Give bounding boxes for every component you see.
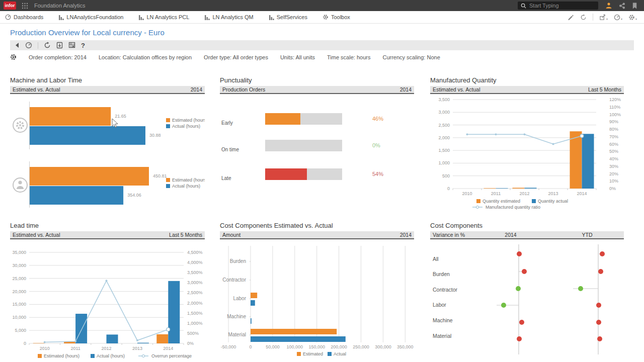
bookmark-icon[interactable] [632,3,637,9]
filter-time-scale[interactable]: Time scale: hours [327,54,370,60]
back-icon[interactable] [15,42,20,48]
tab-ln-analytics-qm[interactable]: LN Analytics QM [197,11,261,23]
bar[interactable] [30,126,145,145]
search-input[interactable]: Start Typing [518,2,598,10]
bar-actual[interactable] [582,134,594,189]
filter-location[interactable]: Location: Calculation offices by region [99,54,192,60]
punctuality-track[interactable] [265,113,342,125]
svg-text:2014: 2014 [163,346,173,351]
tab-selfservices[interactable]: SelfServices [261,11,315,23]
legend-swatch [166,178,170,182]
report-toolbar: ? [10,40,634,50]
variance-dot[interactable] [596,320,601,325]
panel-manufactured-quantity: Manufactured Quantity Estimated vs. Actu… [430,76,624,216]
bar-estimated[interactable] [251,329,337,334]
cost-components-eva-chart[interactable]: -50,000050,000100,000150,000200,000250,0… [220,222,414,361]
punctuality-track[interactable] [265,168,342,180]
variance-dot[interactable] [519,320,524,325]
user-icon[interactable] [605,2,612,9]
variance-dot[interactable] [516,286,521,291]
legend-swatch [166,124,170,128]
machine-labor-chart[interactable]: 21.6530.88Estimated (hours)Actual (hours… [10,76,205,216]
svg-text:All: All [433,256,439,262]
filter-units[interactable]: Units: All units [280,54,315,60]
svg-text:30,000: 30,000 [12,263,26,268]
svg-text:Quantity actual: Quantity actual [538,199,568,204]
svg-text:2011: 2011 [491,191,501,196]
refresh-icon[interactable] [44,42,51,49]
bar-estimated[interactable] [513,188,525,189]
bar-actual[interactable] [251,318,252,324]
edit-pencil-icon[interactable] [568,14,574,21]
bar[interactable] [30,186,123,205]
cost-components-variance-chart[interactable]: AllBurdenContractorLaborMachineMaterial [430,222,624,361]
filter-order-completion[interactable]: Order completion: 2014 [29,54,87,60]
lead-time-chart[interactable]: 05,00010,00015,00020,00025,00030,00035,0… [10,222,205,361]
svg-text:20%: 20% [609,171,618,176]
svg-text:350,000: 350,000 [397,344,414,349]
export-pdf-icon[interactable] [56,42,63,49]
punctuality-track[interactable] [265,140,342,151]
bar-estimated[interactable] [484,188,496,189]
bar-estimated[interactable] [156,334,168,343]
variance-dot[interactable] [597,336,602,341]
refresh-icon[interactable] [580,14,587,21]
dashboard-menu-icon[interactable]: ▾ [614,14,622,21]
bar-actual[interactable] [137,343,149,343]
bar[interactable] [30,107,111,126]
bar-chart-icon [269,15,274,20]
settings-gear-icon[interactable]: ▾ [628,14,637,21]
variance-dot[interactable] [598,269,603,274]
svg-text:Machine: Machine [227,314,246,319]
variance-dot[interactable] [578,286,583,291]
bar-actual[interactable] [107,334,118,343]
export-excel-icon[interactable] [68,42,75,49]
svg-text:300,000: 300,000 [375,344,391,349]
svg-text:3,000: 3,000 [438,110,450,115]
infor-logo[interactable]: infor [4,2,16,10]
variance-dot[interactable] [501,303,506,308]
svg-text:Labor: Labor [433,302,446,308]
ratio-line [467,134,582,144]
punctuality-pct: 54% [372,171,383,177]
bar-estimated[interactable] [251,293,257,298]
app-grid-icon[interactable] [22,3,28,9]
ratio-line [45,281,169,342]
bar-estimated[interactable] [33,343,45,343]
export-icon[interactable]: ▾ [599,14,608,21]
help-icon[interactable]: ? [81,42,85,49]
tab-label: Toolbox [331,14,350,20]
svg-text:2,000: 2,000 [438,135,450,140]
filter-order-type[interactable]: Order type: All order types [204,54,268,60]
svg-text:354.06: 354.06 [127,193,141,198]
svg-text:450.81: 450.81 [153,173,167,178]
filter-currency-scaling[interactable]: Currency scaling: None [382,54,440,60]
bar-actual[interactable] [168,281,180,343]
tab-ln-analytics-pcl[interactable]: LN Analytics PCL [131,11,197,23]
manufactured-quantity-chart[interactable]: 05001,0001,5002,0002,5003,0003,5000%10%2… [430,76,624,216]
tab-lnanalyticsfoundation[interactable]: LNAnalyticsFoundation [51,11,131,23]
variance-dot[interactable] [517,336,522,341]
bar-actual[interactable] [251,336,346,342]
dashboard-home-icon[interactable] [25,42,32,49]
variance-dot[interactable] [517,251,522,256]
share-icon[interactable] [619,3,625,9]
bar-actual[interactable] [251,300,255,306]
variance-dot[interactable] [600,251,605,256]
filter-gear-icon[interactable] [10,54,17,60]
tab-dashboards[interactable]: Dashboards [0,11,51,23]
variance-dot[interactable] [522,269,527,274]
bar-actual[interactable] [496,188,508,189]
bar-actual[interactable] [525,188,537,189]
bar[interactable] [30,167,149,186]
legend-swatch [297,352,301,356]
svg-text:Estimated (hours): Estimated (hours) [172,118,205,123]
bar-actual[interactable] [75,314,87,343]
svg-text:50%: 50% [609,149,618,154]
variance-dot[interactable] [596,303,601,308]
punctuality-chart[interactable]: Early46%On time0%Late54% [220,76,414,216]
svg-text:60%: 60% [609,142,618,147]
bar-estimated[interactable] [570,131,582,189]
svg-text:500: 500 [442,173,450,178]
tab-toolbox[interactable]: Toolbox [315,11,358,23]
